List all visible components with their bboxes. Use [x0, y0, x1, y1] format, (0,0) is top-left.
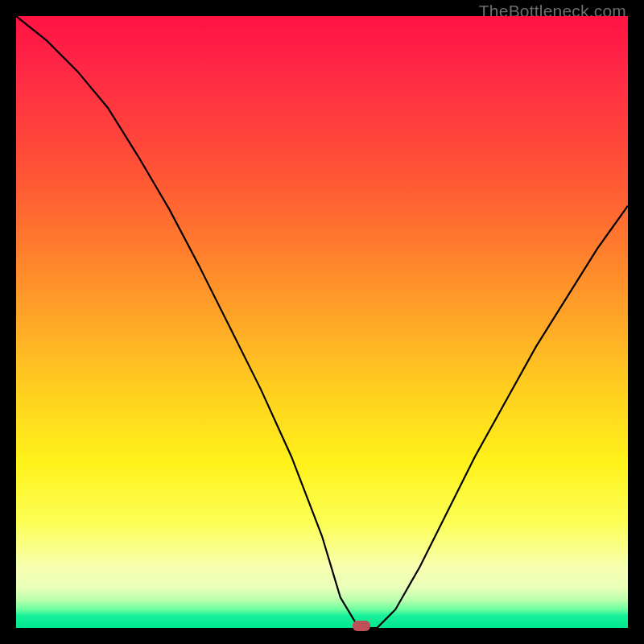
- chart-frame: TheBottleneck.com: [0, 0, 644, 644]
- bottleneck-curve-path: [16, 16, 628, 628]
- plot-area: [16, 16, 628, 628]
- optimal-marker: [353, 621, 370, 631]
- curve-svg: [16, 16, 628, 628]
